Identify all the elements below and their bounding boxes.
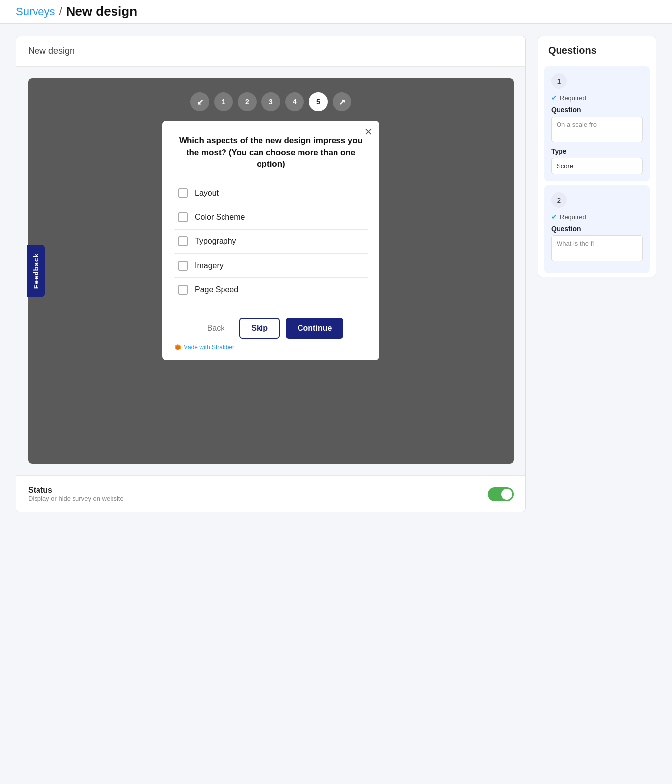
left-panel: New design Feedback ↙ 1 2 3 4 5 ↗	[16, 36, 526, 772]
checkbox-color-scheme[interactable]	[178, 212, 188, 222]
options-list: Layout Color Scheme Typography	[174, 181, 368, 302]
survey-modal: ✕ Which aspects of the new design impres…	[162, 121, 379, 360]
skip-button[interactable]: Skip	[239, 318, 280, 339]
made-with-link[interactable]: Made with Strabber	[174, 344, 368, 351]
required-check-icon-2: ✔	[551, 213, 557, 221]
toggle-knob	[501, 489, 512, 500]
question-field-value-1: On a scale fro	[551, 117, 643, 142]
option-color-scheme-label: Color Scheme	[195, 213, 245, 222]
status-section: Status Display or hide survey on website	[16, 475, 525, 512]
strabber-logo-icon	[174, 344, 181, 351]
option-page-speed-label: Page Speed	[195, 285, 238, 294]
required-check-icon-1: ✔	[551, 94, 557, 102]
option-page-speed[interactable]: Page Speed	[174, 278, 368, 302]
survey-card: New design Feedback ↙ 1 2 3 4 5 ↗	[16, 36, 526, 512]
survey-preview: Feedback ↙ 1 2 3 4 5 ↗ ✕	[28, 78, 514, 464]
modal-question: Which aspects of the new design impress …	[174, 135, 368, 170]
option-imagery[interactable]: Imagery	[174, 254, 368, 278]
question-field-label-1: Question	[551, 106, 643, 114]
question-item-2: 2 ✔ Required Question What is the fi	[544, 185, 650, 273]
option-layout[interactable]: Layout	[174, 181, 368, 205]
main-container: New design Feedback ↙ 1 2 3 4 5 ↗	[0, 24, 672, 784]
back-button[interactable]: Back	[198, 319, 234, 338]
option-typography-label: Typography	[195, 237, 236, 246]
checkbox-typography[interactable]	[178, 236, 188, 246]
breadcrumb-current: New design	[66, 4, 137, 19]
type-field-label-1: Type	[551, 147, 643, 155]
option-color-scheme[interactable]: Color Scheme	[174, 205, 368, 230]
step-2-btn[interactable]: 2	[238, 92, 257, 111]
feedback-tab[interactable]: Feedback	[27, 245, 45, 297]
breadcrumb: Surveys / New design	[16, 4, 137, 19]
status-description: Display or hide survey on website	[28, 495, 124, 502]
step-3-btn[interactable]: 3	[261, 92, 280, 111]
step-collapse-btn[interactable]: ↙	[190, 92, 209, 111]
question-num-badge-2: 2	[551, 192, 567, 208]
checkbox-page-speed[interactable]	[178, 285, 188, 295]
question-field-label-2: Question	[551, 225, 643, 233]
step-expand-btn[interactable]: ↗	[333, 92, 351, 111]
option-layout-label: Layout	[195, 189, 219, 197]
questions-panel: Questions 1 ✔ Required Question On a sca…	[538, 36, 656, 277]
questions-header: Questions	[538, 36, 656, 62]
question-field-value-2: What is the fi	[551, 235, 643, 261]
required-row-2: ✔ Required	[551, 213, 643, 221]
card-header: New design	[16, 36, 525, 67]
step-5-btn[interactable]: 5	[309, 92, 328, 111]
right-panel: Questions 1 ✔ Required Question On a sca…	[538, 36, 656, 772]
breadcrumb-surveys-link[interactable]: Surveys	[16, 5, 55, 18]
required-row-1: ✔ Required	[551, 94, 643, 102]
survey-preview-wrapper: Feedback ↙ 1 2 3 4 5 ↗ ✕	[16, 67, 525, 475]
continue-button[interactable]: Continue	[286, 318, 343, 339]
modal-close-button[interactable]: ✕	[364, 127, 373, 137]
card-title: New design	[28, 46, 75, 56]
question-item-1: 1 ✔ Required Question On a scale fro Typ…	[544, 66, 650, 181]
breadcrumb-separator: /	[59, 5, 62, 18]
step-nav: ↙ 1 2 3 4 5 ↗	[40, 92, 502, 111]
status-info: Status Display or hide survey on website	[28, 486, 124, 502]
option-typography[interactable]: Typography	[174, 230, 368, 254]
step-4-btn[interactable]: 4	[285, 92, 304, 111]
step-1-btn[interactable]: 1	[214, 92, 233, 111]
question-num-badge-1: 1	[551, 73, 567, 89]
option-imagery-label: Imagery	[195, 261, 224, 270]
status-label: Status	[28, 486, 124, 495]
made-with-text: Made with Strabber	[183, 344, 234, 351]
required-text-1: Required	[560, 94, 586, 102]
required-text-2: Required	[560, 213, 586, 221]
type-field-value-1: Score	[551, 158, 643, 174]
modal-actions: Back Skip Continue	[174, 312, 368, 339]
breadcrumb-bar: Surveys / New design	[0, 0, 672, 24]
checkbox-imagery[interactable]	[178, 261, 188, 271]
status-toggle[interactable]	[488, 487, 514, 501]
checkbox-layout[interactable]	[178, 188, 188, 198]
